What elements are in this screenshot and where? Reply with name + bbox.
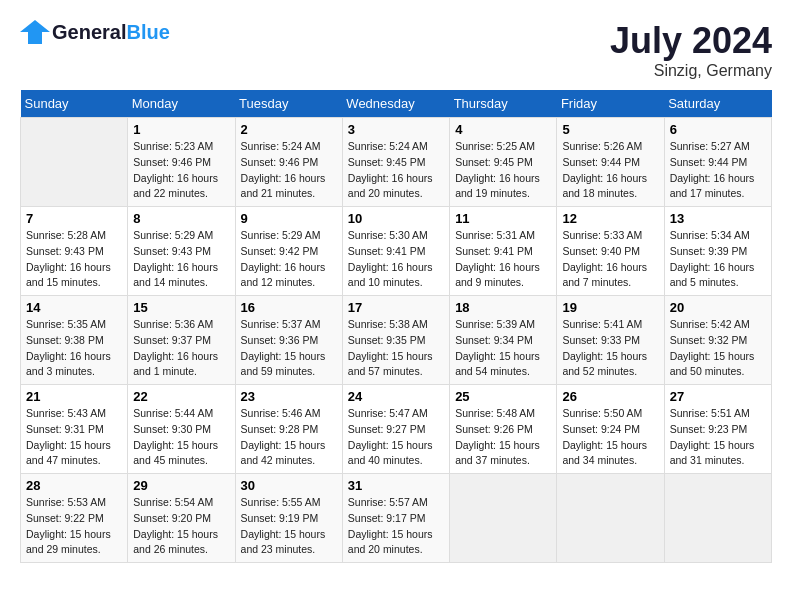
sunrise: Sunrise: 5:54 AM	[133, 496, 213, 508]
sunrise: Sunrise: 5:33 AM	[562, 229, 642, 241]
sunrise: Sunrise: 5:35 AM	[26, 318, 106, 330]
daylight: Daylight: 15 hours and 26 minutes.	[133, 528, 218, 556]
day-number: 13	[670, 211, 766, 226]
daylight: Daylight: 15 hours and 42 minutes.	[241, 439, 326, 467]
weekday-header-wednesday: Wednesday	[342, 90, 449, 118]
daylight: Daylight: 16 hours and 1 minute.	[133, 350, 218, 378]
sunrise: Sunrise: 5:57 AM	[348, 496, 428, 508]
sunrise: Sunrise: 5:46 AM	[241, 407, 321, 419]
day-info: Sunrise: 5:53 AM Sunset: 9:22 PM Dayligh…	[26, 495, 122, 558]
calendar-cell: 6 Sunrise: 5:27 AM Sunset: 9:44 PM Dayli…	[664, 118, 771, 207]
day-info: Sunrise: 5:50 AM Sunset: 9:24 PM Dayligh…	[562, 406, 658, 469]
day-number: 7	[26, 211, 122, 226]
week-row-3: 14 Sunrise: 5:35 AM Sunset: 9:38 PM Dayl…	[21, 296, 772, 385]
day-info: Sunrise: 5:34 AM Sunset: 9:39 PM Dayligh…	[670, 228, 766, 291]
calendar-cell: 7 Sunrise: 5:28 AM Sunset: 9:43 PM Dayli…	[21, 207, 128, 296]
day-info: Sunrise: 5:31 AM Sunset: 9:41 PM Dayligh…	[455, 228, 551, 291]
sunrise: Sunrise: 5:31 AM	[455, 229, 535, 241]
location: Sinzig, Germany	[610, 62, 772, 80]
day-number: 20	[670, 300, 766, 315]
day-number: 19	[562, 300, 658, 315]
daylight: Daylight: 16 hours and 15 minutes.	[26, 261, 111, 289]
day-info: Sunrise: 5:26 AM Sunset: 9:44 PM Dayligh…	[562, 139, 658, 202]
sunrise: Sunrise: 5:34 AM	[670, 229, 750, 241]
calendar-cell: 20 Sunrise: 5:42 AM Sunset: 9:32 PM Dayl…	[664, 296, 771, 385]
sunrise: Sunrise: 5:39 AM	[455, 318, 535, 330]
daylight: Daylight: 16 hours and 5 minutes.	[670, 261, 755, 289]
day-number: 28	[26, 478, 122, 493]
day-info: Sunrise: 5:36 AM Sunset: 9:37 PM Dayligh…	[133, 317, 229, 380]
day-info: Sunrise: 5:46 AM Sunset: 9:28 PM Dayligh…	[241, 406, 337, 469]
day-number: 30	[241, 478, 337, 493]
daylight: Daylight: 16 hours and 22 minutes.	[133, 172, 218, 200]
daylight: Daylight: 16 hours and 17 minutes.	[670, 172, 755, 200]
daylight: Daylight: 15 hours and 59 minutes.	[241, 350, 326, 378]
calendar-cell: 13 Sunrise: 5:34 AM Sunset: 9:39 PM Dayl…	[664, 207, 771, 296]
sunrise: Sunrise: 5:55 AM	[241, 496, 321, 508]
calendar-cell: 28 Sunrise: 5:53 AM Sunset: 9:22 PM Dayl…	[21, 474, 128, 563]
calendar-cell: 15 Sunrise: 5:36 AM Sunset: 9:37 PM Dayl…	[128, 296, 235, 385]
sunrise: Sunrise: 5:41 AM	[562, 318, 642, 330]
day-info: Sunrise: 5:29 AM Sunset: 9:42 PM Dayligh…	[241, 228, 337, 291]
logo-text: GeneralBlue	[52, 21, 170, 43]
sunset: Sunset: 9:44 PM	[562, 156, 640, 168]
sunrise: Sunrise: 5:25 AM	[455, 140, 535, 152]
calendar-cell: 5 Sunrise: 5:26 AM Sunset: 9:44 PM Dayli…	[557, 118, 664, 207]
calendar-cell	[450, 474, 557, 563]
daylight: Daylight: 15 hours and 50 minutes.	[670, 350, 755, 378]
day-info: Sunrise: 5:47 AM Sunset: 9:27 PM Dayligh…	[348, 406, 444, 469]
daylight: Daylight: 16 hours and 9 minutes.	[455, 261, 540, 289]
day-number: 1	[133, 122, 229, 137]
sunrise: Sunrise: 5:42 AM	[670, 318, 750, 330]
day-number: 29	[133, 478, 229, 493]
sunrise: Sunrise: 5:38 AM	[348, 318, 428, 330]
day-number: 8	[133, 211, 229, 226]
day-info: Sunrise: 5:51 AM Sunset: 9:23 PM Dayligh…	[670, 406, 766, 469]
sunset: Sunset: 9:32 PM	[670, 334, 748, 346]
calendar-cell: 24 Sunrise: 5:47 AM Sunset: 9:27 PM Dayl…	[342, 385, 449, 474]
day-number: 21	[26, 389, 122, 404]
day-number: 15	[133, 300, 229, 315]
sunset: Sunset: 9:36 PM	[241, 334, 319, 346]
daylight: Daylight: 16 hours and 3 minutes.	[26, 350, 111, 378]
sunset: Sunset: 9:39 PM	[670, 245, 748, 257]
calendar-table: SundayMondayTuesdayWednesdayThursdayFrid…	[20, 90, 772, 563]
day-number: 23	[241, 389, 337, 404]
calendar-cell: 26 Sunrise: 5:50 AM Sunset: 9:24 PM Dayl…	[557, 385, 664, 474]
sunrise: Sunrise: 5:28 AM	[26, 229, 106, 241]
sunrise: Sunrise: 5:29 AM	[241, 229, 321, 241]
sunset: Sunset: 9:40 PM	[562, 245, 640, 257]
day-number: 22	[133, 389, 229, 404]
sunset: Sunset: 9:27 PM	[348, 423, 426, 435]
day-number: 16	[241, 300, 337, 315]
sunrise: Sunrise: 5:44 AM	[133, 407, 213, 419]
sunset: Sunset: 9:20 PM	[133, 512, 211, 524]
daylight: Daylight: 15 hours and 29 minutes.	[26, 528, 111, 556]
sunset: Sunset: 9:34 PM	[455, 334, 533, 346]
sunset: Sunset: 9:28 PM	[241, 423, 319, 435]
day-info: Sunrise: 5:42 AM Sunset: 9:32 PM Dayligh…	[670, 317, 766, 380]
sunrise: Sunrise: 5:23 AM	[133, 140, 213, 152]
daylight: Daylight: 16 hours and 20 minutes.	[348, 172, 433, 200]
daylight: Daylight: 15 hours and 34 minutes.	[562, 439, 647, 467]
sunset: Sunset: 9:33 PM	[562, 334, 640, 346]
day-info: Sunrise: 5:25 AM Sunset: 9:45 PM Dayligh…	[455, 139, 551, 202]
calendar-cell: 29 Sunrise: 5:54 AM Sunset: 9:20 PM Dayl…	[128, 474, 235, 563]
day-number: 5	[562, 122, 658, 137]
month-year: July 2024	[610, 20, 772, 62]
sunrise: Sunrise: 5:36 AM	[133, 318, 213, 330]
day-number: 9	[241, 211, 337, 226]
day-info: Sunrise: 5:33 AM Sunset: 9:40 PM Dayligh…	[562, 228, 658, 291]
week-row-1: 1 Sunrise: 5:23 AM Sunset: 9:46 PM Dayli…	[21, 118, 772, 207]
daylight: Daylight: 15 hours and 57 minutes.	[348, 350, 433, 378]
weekday-header-monday: Monday	[128, 90, 235, 118]
day-info: Sunrise: 5:39 AM Sunset: 9:34 PM Dayligh…	[455, 317, 551, 380]
calendar-cell: 9 Sunrise: 5:29 AM Sunset: 9:42 PM Dayli…	[235, 207, 342, 296]
sunset: Sunset: 9:38 PM	[26, 334, 104, 346]
sunset: Sunset: 9:22 PM	[26, 512, 104, 524]
week-row-4: 21 Sunrise: 5:43 AM Sunset: 9:31 PM Dayl…	[21, 385, 772, 474]
day-number: 18	[455, 300, 551, 315]
sunset: Sunset: 9:46 PM	[133, 156, 211, 168]
daylight: Daylight: 16 hours and 14 minutes.	[133, 261, 218, 289]
calendar-cell: 27 Sunrise: 5:51 AM Sunset: 9:23 PM Dayl…	[664, 385, 771, 474]
